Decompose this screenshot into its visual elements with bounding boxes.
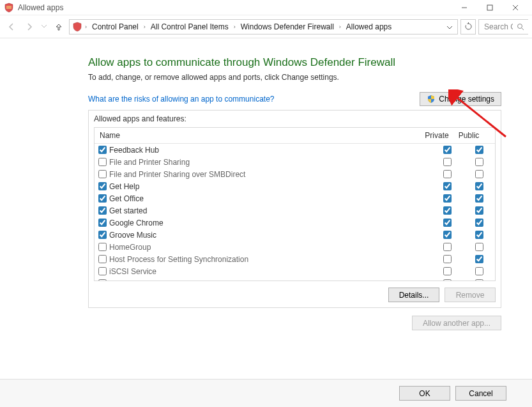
public-checkbox[interactable] bbox=[475, 243, 483, 251]
refresh-button[interactable] bbox=[460, 19, 476, 35]
firewall-icon bbox=[4, 3, 14, 13]
public-checkbox[interactable] bbox=[475, 267, 483, 275]
app-enable-checkbox[interactable] bbox=[98, 206, 107, 215]
app-enable-checkbox[interactable] bbox=[98, 170, 107, 178]
private-checkbox[interactable] bbox=[443, 243, 452, 251]
forward-button[interactable] bbox=[22, 19, 37, 35]
column-header-public[interactable]: Public bbox=[453, 128, 485, 143]
recent-dropdown-button[interactable] bbox=[40, 19, 49, 35]
window-title: Allowed apps bbox=[18, 3, 452, 12]
list-row[interactable]: iSCSI Service bbox=[95, 265, 495, 277]
maximize-button[interactable] bbox=[477, 0, 503, 15]
app-enable-checkbox[interactable] bbox=[98, 182, 107, 190]
svg-rect-2 bbox=[487, 5, 492, 10]
private-checkbox[interactable] bbox=[443, 182, 452, 190]
breadcrumb[interactable]: › Control Panel › All Control Panel Item… bbox=[69, 19, 458, 35]
public-checkbox[interactable] bbox=[475, 170, 483, 178]
app-enable-checkbox[interactable] bbox=[98, 243, 107, 251]
breadcrumb-item[interactable]: Control Panel bbox=[89, 22, 141, 31]
list-header: Name Private Public bbox=[95, 128, 495, 144]
back-button[interactable] bbox=[4, 19, 19, 35]
private-checkbox[interactable] bbox=[443, 255, 452, 263]
breadcrumb-separator-icon: › bbox=[232, 24, 237, 30]
list-body[interactable]: Feedback HubFile and Printer SharingFile… bbox=[95, 144, 495, 280]
app-name-label: Host Process for Setting Synchronization bbox=[109, 255, 248, 264]
list-row[interactable]: File and Printer Sharing over SMBDirect bbox=[95, 168, 495, 180]
breadcrumb-item[interactable]: Allowed apps bbox=[344, 22, 394, 31]
private-checkbox[interactable] bbox=[443, 158, 452, 166]
allowed-apps-group: Allowed apps and features: Name Private … bbox=[88, 110, 501, 308]
public-checkbox[interactable] bbox=[475, 219, 483, 227]
nav-bar: › Control Panel › All Control Panel Item… bbox=[0, 15, 532, 38]
private-checkbox[interactable] bbox=[443, 279, 452, 280]
risks-link[interactable]: What are the risks of allowing an app to… bbox=[88, 95, 274, 104]
private-checkbox[interactable] bbox=[443, 194, 452, 203]
app-name-label: Groove Music bbox=[109, 231, 156, 240]
public-checkbox[interactable] bbox=[475, 206, 483, 215]
breadcrumb-separator-icon: › bbox=[142, 24, 147, 30]
breadcrumb-item[interactable]: All Control Panel Items bbox=[148, 22, 231, 31]
list-row[interactable]: File and Printer Sharing bbox=[95, 156, 495, 168]
details-button[interactable]: Details... bbox=[388, 288, 439, 302]
app-enable-checkbox[interactable] bbox=[98, 279, 107, 280]
app-name-label: Feedback Hub bbox=[109, 146, 159, 155]
svg-point-5 bbox=[518, 24, 522, 28]
breadcrumb-item[interactable]: Windows Defender Firewall bbox=[238, 22, 337, 31]
app-enable-checkbox[interactable] bbox=[98, 267, 107, 275]
ok-button[interactable]: OK bbox=[399, 386, 450, 401]
list-row[interactable]: Host Process for Setting Synchronization bbox=[95, 253, 495, 265]
private-checkbox[interactable] bbox=[443, 206, 452, 215]
column-header-private[interactable]: Private bbox=[421, 128, 453, 143]
breadcrumb-separator-icon: › bbox=[84, 24, 88, 30]
app-name-label: File and Printer Sharing bbox=[109, 158, 190, 167]
cancel-button[interactable]: Cancel bbox=[455, 386, 506, 401]
app-name-label: iSCSI Service bbox=[109, 267, 156, 276]
search-input[interactable] bbox=[483, 22, 514, 32]
breadcrumb-separator-icon: › bbox=[338, 24, 342, 30]
list-row[interactable]: Google Chrome bbox=[95, 217, 495, 229]
main-content: Allow apps to communicate through Window… bbox=[0, 38, 532, 346]
list-row[interactable]: Get started bbox=[95, 204, 495, 217]
svg-rect-0 bbox=[6, 6, 11, 9]
public-checkbox[interactable] bbox=[475, 279, 483, 280]
private-checkbox[interactable] bbox=[443, 267, 452, 275]
up-button[interactable] bbox=[51, 19, 66, 35]
private-checkbox[interactable] bbox=[443, 170, 452, 178]
public-checkbox[interactable] bbox=[475, 255, 483, 263]
app-enable-checkbox[interactable] bbox=[98, 146, 107, 154]
public-checkbox[interactable] bbox=[475, 146, 483, 154]
change-settings-button[interactable]: Change settings bbox=[420, 92, 501, 106]
list-row[interactable]: Key Management Service bbox=[95, 277, 495, 280]
private-checkbox[interactable] bbox=[443, 219, 452, 227]
list-row[interactable]: Get Help bbox=[95, 180, 495, 192]
app-enable-checkbox[interactable] bbox=[98, 194, 107, 203]
minimize-button[interactable] bbox=[452, 0, 477, 15]
column-header-name[interactable]: Name bbox=[95, 128, 421, 143]
app-enable-checkbox[interactable] bbox=[98, 219, 107, 227]
allow-another-app-button[interactable]: Allow another app... bbox=[412, 316, 501, 330]
public-checkbox[interactable] bbox=[475, 158, 483, 166]
list-row[interactable]: Feedback Hub bbox=[95, 144, 495, 156]
close-button[interactable] bbox=[503, 0, 528, 15]
app-enable-checkbox[interactable] bbox=[98, 158, 107, 166]
app-name-label: Get Help bbox=[109, 182, 139, 191]
list-row[interactable]: Get Office bbox=[95, 192, 495, 204]
breadcrumb-dropdown-icon[interactable] bbox=[445, 22, 455, 31]
app-name-label: Get Office bbox=[109, 194, 144, 203]
app-name-label: Get started bbox=[109, 206, 147, 215]
public-checkbox[interactable] bbox=[475, 231, 483, 239]
uac-shield-icon bbox=[427, 95, 436, 104]
page-title: Allow apps to communicate through Window… bbox=[88, 56, 501, 69]
app-enable-checkbox[interactable] bbox=[98, 255, 107, 263]
public-checkbox[interactable] bbox=[475, 194, 483, 203]
group-label: Allowed apps and features: bbox=[94, 114, 496, 123]
app-enable-checkbox[interactable] bbox=[98, 231, 107, 239]
page-subtitle: To add, change, or remove allowed apps a… bbox=[88, 73, 501, 82]
public-checkbox[interactable] bbox=[475, 182, 483, 190]
list-row[interactable]: Groove Music bbox=[95, 229, 495, 241]
private-checkbox[interactable] bbox=[443, 231, 452, 239]
remove-button[interactable]: Remove bbox=[445, 288, 496, 302]
search-box[interactable] bbox=[478, 19, 528, 35]
list-row[interactable]: HomeGroup bbox=[95, 241, 495, 253]
private-checkbox[interactable] bbox=[443, 146, 452, 154]
